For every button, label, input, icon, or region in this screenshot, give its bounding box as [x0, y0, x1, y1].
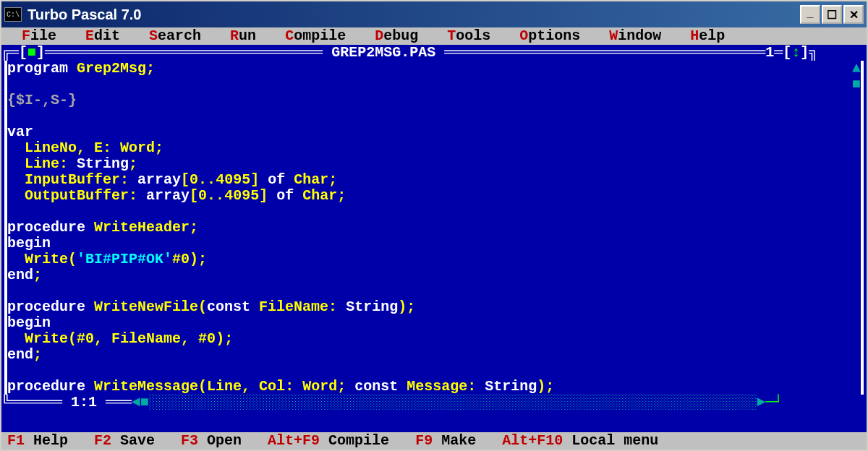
status-key[interactable]: F1	[7, 433, 25, 449]
titlebar[interactable]: C:\ Turbo Pascal 7.0 _ ☐ ✕	[1, 1, 867, 27]
code-line[interactable]: end;	[4, 347, 864, 363]
status-label: Compile	[320, 433, 415, 449]
window-title: Turbo Pascal 7.0	[27, 7, 800, 23]
editor-close-icon[interactable]: ■	[27, 45, 36, 61]
hscroll-right-icon[interactable]: ►	[757, 395, 765, 411]
code-line[interactable]: procedure WriteMessage(Line, Col: Word; …	[4, 379, 864, 395]
status-key[interactable]: F9	[415, 433, 433, 449]
status-key[interactable]: Alt+F9	[268, 433, 320, 449]
menu-run[interactable]: Run	[216, 28, 271, 44]
menu-window[interactable]: Window	[595, 28, 676, 44]
code-line[interactable]	[4, 363, 864, 379]
code-line[interactable]: var	[4, 124, 864, 140]
code-line[interactable]: Line: String;	[4, 156, 864, 172]
menu-debug[interactable]: Debug	[360, 28, 433, 44]
menu-edit[interactable]: Edit	[71, 28, 135, 44]
status-key[interactable]: Alt+F10	[502, 433, 563, 449]
menu-search[interactable]: Search	[135, 28, 216, 44]
code-content[interactable]: program Grep2Msg; {$I-,S-} var LineNo, E…	[1, 61, 867, 395]
maximize-button[interactable]: ☐	[822, 5, 842, 24]
editor-zoom-icon[interactable]: ↕	[791, 45, 800, 61]
code-line[interactable]	[4, 77, 864, 93]
editor-frame-top: ╔═[■]════════════════════════════════ GR…	[1, 45, 867, 61]
code-line[interactable]	[4, 108, 864, 124]
status-label: Make	[433, 433, 502, 449]
code-line[interactable]: end;	[4, 267, 864, 283]
hscroll-thumb[interactable]: ■	[140, 395, 149, 411]
code-line[interactable]: begin	[4, 315, 864, 331]
menubar: File Edit Search Run Compile Debug Tools…	[1, 27, 867, 45]
editor-window-number: 1	[765, 45, 774, 61]
application-window: C:\ Turbo Pascal 7.0 _ ☐ ✕ File Edit Sea…	[0, 0, 868, 451]
editor-filename: GREP2MSG.PAS	[331, 45, 435, 61]
status-label: Save	[111, 433, 181, 449]
menu-tools[interactable]: Tools	[433, 28, 505, 44]
vscroll-thumb[interactable]: ■	[852, 77, 861, 93]
code-line[interactable]: OutputBuffer: array[0..4095] of Char;	[4, 188, 864, 204]
ide-area: File Edit Search Run Compile Debug Tools…	[1, 27, 867, 450]
code-line[interactable]	[4, 283, 864, 299]
status-label: Local menu	[563, 433, 684, 449]
hscroll-left-icon[interactable]: ◄	[132, 395, 140, 411]
editor-area[interactable]: ╔═[■]════════════════════════════════ GR…	[1, 45, 867, 432]
resize-corner-icon[interactable]: ─┘	[765, 395, 783, 411]
code-line[interactable]: InputBuffer: array[0..4095] of Char;	[4, 172, 864, 188]
code-line[interactable]	[4, 204, 864, 220]
vscroll-up-icon[interactable]: ▲	[852, 61, 861, 77]
menu-options[interactable]: Options	[505, 28, 595, 44]
status-key[interactable]: F2	[94, 433, 111, 449]
menu-help[interactable]: Help	[676, 28, 739, 44]
code-line[interactable]: LineNo, E: Word;	[4, 140, 864, 156]
code-line[interactable]: {$I-,S-}	[4, 93, 864, 108]
minimize-button[interactable]: _	[800, 5, 820, 24]
titlebar-icon: C:\	[4, 7, 22, 22]
menu-file[interactable]: File	[7, 28, 71, 44]
statusbar: F1 Help F2 Save F3 Open Alt+F9 Compile F…	[1, 432, 867, 450]
cursor-position: 1:1	[71, 395, 97, 411]
code-line[interactable]: Write(#0, FileName, #0);	[4, 331, 864, 347]
hscroll-track[interactable]: ░░░░░░░░░░░░░░░░░░░░░░░░░░░░░░░░░░░░░░░░…	[149, 395, 757, 411]
code-line[interactable]: procedure WriteNewFile(const FileName: S…	[4, 299, 864, 315]
code-line[interactable]: Write('BI#PIP#OK'#0);	[4, 252, 864, 267]
code-line[interactable]: program Grep2Msg;	[4, 61, 864, 77]
close-button[interactable]: ✕	[843, 5, 864, 24]
menu-compile[interactable]: Compile	[271, 28, 360, 44]
status-label: Open	[198, 433, 268, 449]
status-label: Help	[25, 433, 94, 449]
status-key[interactable]: F3	[181, 433, 198, 449]
titlebar-buttons: _ ☐ ✕	[800, 5, 864, 24]
code-line[interactable]: procedure WriteHeader;	[4, 220, 864, 236]
code-line[interactable]: begin	[4, 236, 864, 252]
editor-frame-bottom: ╚══════ 1:1 ═══◄■░░░░░░░░░░░░░░░░░░░░░░░…	[1, 395, 867, 411]
